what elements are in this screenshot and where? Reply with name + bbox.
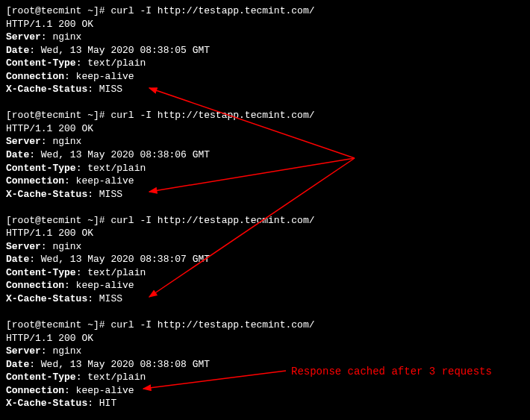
http-status: HTTP/1.1 200 OK (6, 332, 524, 345)
terminal-output[interactable]: [root@tecmint ~]# curl -I http://testapp… (6, 4, 524, 420)
http-status: HTTP/1.1 200 OK (6, 227, 524, 240)
prompt-line: [root@tecmint ~]# curl -I http://testapp… (6, 214, 524, 228)
header-server: Server: nginx (6, 135, 524, 148)
header-connection: Connection: keep-alive (6, 279, 524, 292)
header-date: Date: Wed, 13 May 2020 08:38:07 GMT (6, 253, 524, 266)
command-text: curl -I http://testapp.tecmint.com/ (110, 319, 314, 330)
header-date: Date: Wed, 13 May 2020 08:38:05 GMT (6, 44, 524, 57)
prompt-user-host: [root@tecmint ~] (6, 5, 99, 16)
header-server: Server: nginx (6, 345, 524, 358)
header-content-type: Content-Type: text/plain (6, 162, 524, 175)
command-text: curl -I http://testapp.tecmint.com/ (110, 5, 314, 16)
response-block: [root@tecmint ~]# curl -I http://testapp… (6, 214, 524, 306)
prompt-hash: # (99, 319, 111, 330)
prompt-hash: # (99, 5, 111, 16)
header-content-type: Content-Type: text/plain (6, 266, 524, 280)
prompt-hash: # (99, 110, 111, 121)
command-text: curl -I http://testapp.tecmint.com/ (110, 110, 314, 121)
http-status: HTTP/1.1 200 OK (6, 122, 524, 136)
response-block: [root@tecmint ~]# curl -I http://testapp… (6, 4, 524, 96)
header-cache-status: X-Cache-Status: MISS (6, 188, 524, 201)
header-cache-status: X-Cache-Status: MISS (6, 292, 524, 306)
header-connection: Connection: keep-alive (6, 70, 524, 84)
prompt-line: [root@tecmint ~]# curl -I http://testapp… (6, 4, 524, 18)
header-cache-status: X-Cache-Status: MISS (6, 83, 524, 96)
prompt-line: [root@tecmint ~]# curl -I http://testapp… (6, 319, 524, 332)
header-connection: Connection: keep-alive (6, 175, 524, 188)
header-date: Date: Wed, 13 May 2020 08:38:06 GMT (6, 148, 524, 162)
response-block: [root@tecmint ~]# curl -I http://testapp… (6, 109, 524, 201)
annotation-text: Response cached after 3 requests (291, 365, 492, 379)
http-status: HTTP/1.1 200 OK (6, 18, 524, 31)
prompt-user-host: [root@tecmint ~] (6, 110, 99, 121)
header-cache-status: X-Cache-Status: HIT (6, 397, 524, 410)
header-server: Server: nginx (6, 31, 524, 44)
header-content-type: Content-Type: text/plain (6, 57, 524, 70)
prompt-hash: # (99, 215, 111, 226)
header-server: Server: nginx (6, 240, 524, 254)
header-connection: Connection: keep-alive (6, 384, 524, 398)
prompt-line: [root@tecmint ~]# curl -I http://testapp… (6, 109, 524, 122)
command-text: curl -I http://testapp.tecmint.com/ (110, 215, 314, 226)
prompt-user-host: [root@tecmint ~] (6, 215, 99, 226)
prompt-user-host: [root@tecmint ~] (6, 319, 99, 330)
